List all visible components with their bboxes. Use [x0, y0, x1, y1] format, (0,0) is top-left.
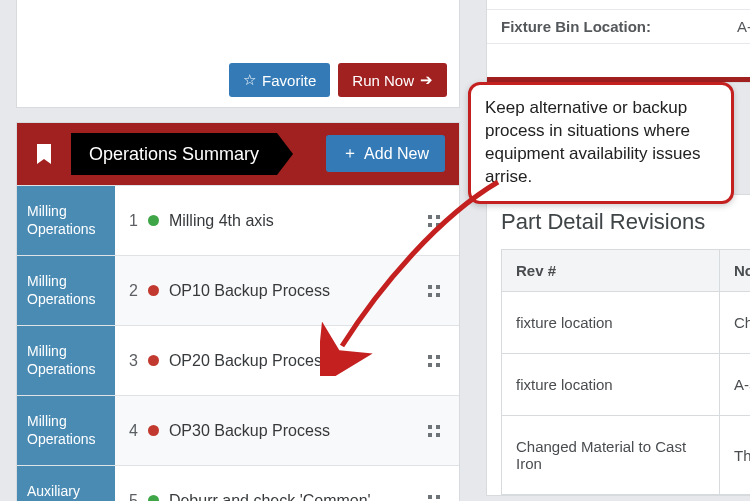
- operation-number: 3: [129, 352, 138, 370]
- operation-number: 1: [129, 212, 138, 230]
- operation-number: 5: [129, 492, 138, 502]
- notes-cell: A-5-5: [720, 354, 751, 416]
- detail-row: Inv. Part Location:: [487, 0, 750, 9]
- operation-row[interactable]: MillingOperations3OP20 Backup Process: [17, 325, 459, 395]
- operations-summary-title: Operations Summary: [71, 133, 277, 175]
- drag-handle-icon[interactable]: [409, 186, 459, 255]
- add-new-label: Add New: [364, 145, 429, 163]
- drag-handle-icon[interactable]: [409, 326, 459, 395]
- notes-cell: Chang: [720, 292, 751, 354]
- star-icon: ☆: [243, 71, 256, 89]
- detail-row: [487, 43, 750, 77]
- favorite-button[interactable]: ☆ Favorite: [229, 63, 330, 97]
- svg-rect-7: [436, 293, 440, 297]
- svg-rect-17: [436, 495, 440, 499]
- operation-name: OP30 Backup Process: [169, 422, 330, 440]
- operation-category: MillingOperations: [17, 186, 115, 255]
- operation-category: MillingOperations: [17, 326, 115, 395]
- revision-row[interactable]: Changed Material to Cast IronThis is: [502, 416, 751, 495]
- operation-number: 4: [129, 422, 138, 440]
- drag-handle-icon[interactable]: [409, 256, 459, 325]
- plus-icon: ＋: [342, 143, 358, 164]
- svg-rect-15: [436, 433, 440, 437]
- svg-rect-4: [428, 285, 432, 289]
- revision-row[interactable]: fixture locationChang: [502, 292, 751, 354]
- operation-row[interactable]: MillingOperations2OP10 Backup Process: [17, 255, 459, 325]
- drag-handle-icon[interactable]: [409, 466, 459, 501]
- status-dot-icon: [148, 495, 159, 501]
- notes-cell: This is: [720, 416, 751, 495]
- arrow-right-icon: ➔: [420, 71, 433, 89]
- operation-main: 3OP20 Backup Process: [115, 326, 409, 395]
- add-new-button[interactable]: ＋ Add New: [326, 135, 445, 172]
- operation-row[interactable]: MillingOperations1Milling 4th axis: [17, 185, 459, 255]
- operation-row[interactable]: MillingOperations4OP30 Backup Process: [17, 395, 459, 465]
- operation-category: MillingOperations: [17, 396, 115, 465]
- operation-name: OP20 Backup Process: [169, 352, 330, 370]
- operation-category: AuxiliaryProcesses: [17, 466, 115, 501]
- status-dot-icon: [148, 425, 159, 436]
- svg-rect-8: [428, 355, 432, 359]
- detail-value: A-: [737, 18, 750, 35]
- revisions-panel: Part Detail Revisions Rev # Notes fixtur…: [486, 194, 750, 496]
- svg-rect-11: [436, 363, 440, 367]
- revisions-table: Rev # Notes fixture locationChangfixture…: [501, 249, 750, 495]
- operation-row[interactable]: AuxiliaryProcesses5Deburr and check 'Com…: [17, 465, 459, 501]
- status-dot-icon: [148, 285, 159, 296]
- svg-rect-16: [428, 495, 432, 499]
- detail-label: Fixture Bin Location:: [487, 18, 737, 35]
- status-dot-icon: [148, 215, 159, 226]
- status-dot-icon: [148, 355, 159, 366]
- rev-cell: fixture location: [502, 292, 720, 354]
- operation-main: 4OP30 Backup Process: [115, 396, 409, 465]
- part-details-panel: Raw Mat'l Location:Inv. Part Location:Fi…: [486, 0, 750, 83]
- favorite-label: Favorite: [262, 72, 316, 89]
- svg-rect-6: [428, 293, 432, 297]
- operation-number: 2: [129, 282, 138, 300]
- bookmark-icon: [17, 123, 71, 185]
- detail-row: Fixture Bin Location:A-: [487, 9, 750, 43]
- operation-main: 5Deburr and check 'Common': [115, 466, 409, 501]
- revision-row[interactable]: fixture locationA-5-5: [502, 354, 751, 416]
- drag-handle-icon[interactable]: [409, 396, 459, 465]
- rev-cell: Changed Material to Cast Iron: [502, 416, 720, 495]
- operation-name: OP10 Backup Process: [169, 282, 330, 300]
- svg-rect-10: [428, 363, 432, 367]
- run-now-label: Run Now: [352, 72, 414, 89]
- svg-rect-5: [436, 285, 440, 289]
- run-now-button[interactable]: Run Now ➔: [338, 63, 447, 97]
- callout-tooltip: Keep alternative or backup process in si…: [468, 82, 734, 204]
- svg-rect-12: [428, 425, 432, 429]
- operation-name: Deburr and check 'Common': [169, 492, 371, 502]
- svg-rect-13: [436, 425, 440, 429]
- svg-rect-14: [428, 433, 432, 437]
- svg-rect-2: [428, 223, 432, 227]
- svg-rect-9: [436, 355, 440, 359]
- svg-rect-3: [436, 223, 440, 227]
- operations-summary-panel: Operations Summary ＋ Add New MillingOper…: [16, 122, 460, 501]
- operation-category: MillingOperations: [17, 256, 115, 325]
- svg-rect-1: [436, 215, 440, 219]
- operation-name: Milling 4th axis: [169, 212, 274, 230]
- operation-main: 2OP10 Backup Process: [115, 256, 409, 325]
- rev-cell: fixture location: [502, 354, 720, 416]
- rev-header: Rev #: [502, 250, 720, 292]
- notes-header: Notes: [720, 250, 751, 292]
- operation-main: 1Milling 4th axis: [115, 186, 409, 255]
- detail-label: Inv. Part Location:: [487, 0, 737, 1]
- svg-rect-0: [428, 215, 432, 219]
- revisions-title: Part Detail Revisions: [501, 209, 750, 235]
